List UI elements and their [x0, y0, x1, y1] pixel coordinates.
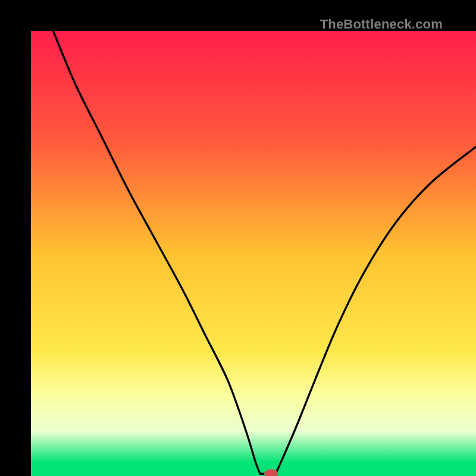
- watermark-text: TheBottleneck.com: [320, 17, 443, 32]
- gradient-background: [31, 31, 476, 476]
- bottleneck-chart: [31, 31, 476, 476]
- chart-frame: TheBottleneck.com: [0, 0, 476, 476]
- plot-area: [31, 31, 476, 476]
